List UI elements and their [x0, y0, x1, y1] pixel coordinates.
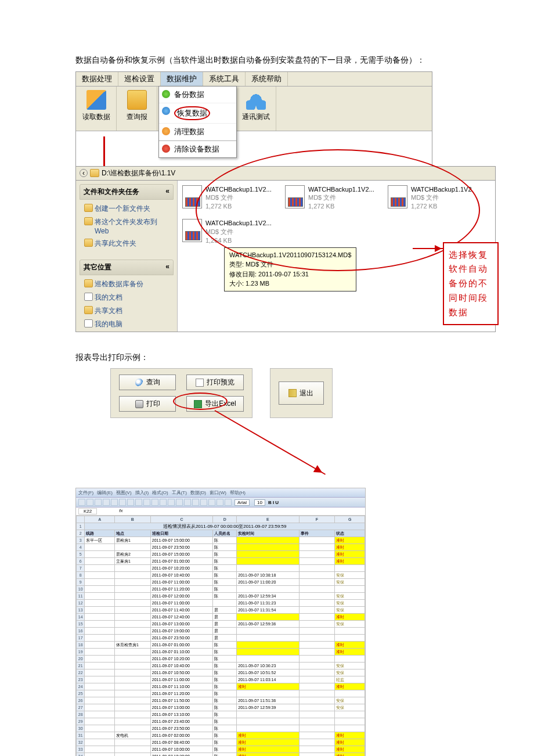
file-item[interactable]: WATCHBackup1.1V2...MD$ 文件1,272 KB — [285, 185, 381, 211]
dd-backup[interactable]: 备份数据 — [159, 87, 236, 103]
file-icon — [182, 185, 202, 208]
preview-icon — [196, 379, 204, 387]
sb-publish[interactable]: 将这个文件夹发布到 Web — [83, 215, 174, 237]
app-window: 数据处理 巡检设置 数据维护 系统工具 系统帮助 读取数据 查询报 通讯测试 备… — [75, 71, 432, 167]
excel-menu[interactable]: 工具(T) — [172, 490, 187, 495]
menu-inspect[interactable]: 巡检设置 — [118, 72, 161, 86]
excel-menu[interactable]: 文件(F) — [78, 490, 93, 495]
menu-maintain[interactable]: 数据维护 — [161, 72, 203, 86]
file-tooltip: WATCHBackup1.1V20110907153124.MD$ 类型: MD… — [224, 247, 356, 291]
tb-query[interactable]: 查询报 — [117, 87, 157, 131]
menubar: 数据处理 巡检设置 数据维护 系统工具 系统帮助 — [76, 72, 432, 87]
file-item[interactable]: WATCHBackup1.1V2MD$ 文件1,272 KB — [388, 185, 484, 211]
menu-data[interactable]: 数据处理 — [76, 72, 118, 86]
cell-reference: K22 fx — [76, 507, 365, 516]
excel-menu[interactable]: 插入(I) — [135, 490, 149, 495]
file-icon — [388, 185, 407, 208]
excel-menu[interactable]: 窗口(W) — [210, 490, 226, 495]
read-icon — [86, 90, 106, 110]
sb-places-header[interactable]: 其它位置« — [80, 260, 174, 275]
excel-menu[interactable]: 帮助(H) — [230, 490, 246, 495]
path-text: D:\巡检数据库备份\1.1V — [102, 168, 175, 178]
file-item[interactable]: WATCHBackup1.1V2...MD$ 文件1,272 KB — [182, 185, 278, 211]
btn-preview[interactable]: 打印预览 — [186, 375, 243, 390]
sb-new-folder[interactable]: 创建一个新文件夹 — [83, 202, 174, 215]
address-bar[interactable]: ‹ D:\巡检数据库备份\1.1V — [76, 167, 495, 181]
excel-menu[interactable]: 格式(O) — [152, 490, 168, 495]
sb-backup-folder[interactable]: 巡检数据库备份 — [83, 278, 174, 291]
excel-menu[interactable]: 数据(D) — [190, 490, 206, 495]
arrow-to-excel — [215, 410, 326, 475]
tb-comm[interactable]: 通讯测试 — [236, 87, 276, 131]
excel-toolbar: Arial 10 B I U — [76, 498, 365, 507]
folder-icon — [90, 169, 99, 177]
excel-icon — [194, 400, 202, 408]
section1-caption: 数据自动备份和恢复示例（当软件退出时数据自动备份到安装盘符的下一目录，无需手动备… — [75, 52, 522, 68]
dd-clear-device[interactable]: 清除设备数据 — [159, 141, 236, 157]
sb-tasks-header[interactable]: 文件和文件夹任务« — [80, 184, 174, 200]
excel-menu[interactable]: 编辑(E) — [97, 490, 113, 495]
button-panel: 查询 打印预览 打印 导出Excel 退出 — [110, 368, 522, 418]
btn-exit[interactable]: 退出 — [279, 381, 324, 405]
file-icon — [182, 219, 202, 242]
backup-icon — [162, 90, 170, 98]
spreadsheet[interactable]: ABCDEFG1巡检情况报表从2011-09-07 00:00:00至2011-… — [76, 516, 365, 756]
dd-clean[interactable]: 清理数据 — [159, 124, 236, 141]
btn-print[interactable]: 打印 — [119, 396, 176, 412]
print-icon — [135, 400, 143, 408]
menu-tools[interactable]: 系统工具 — [203, 72, 246, 86]
back-icon[interactable]: ‹ — [80, 169, 88, 177]
dd-restore[interactable]: 恢复数据 — [159, 103, 236, 124]
callout-arrow — [413, 248, 445, 249]
section2-caption: 报表导出打印示例： — [75, 350, 522, 365]
callout-box: 选择恢复软件自动备份的不同时间段数据 — [443, 242, 499, 326]
find-icon — [135, 379, 143, 387]
maintain-dropdown: 备份数据 恢复数据 清理数据 清除设备数据 — [158, 86, 237, 158]
tb-read[interactable]: 读取数据 — [76, 87, 117, 131]
menu-help[interactable]: 系统帮助 — [246, 72, 288, 86]
sb-mydocs[interactable]: 我的文档 — [83, 291, 174, 304]
explorer-sidebar: 文件和文件夹任务« 创建一个新文件夹 将这个文件夹发布到 Web 共享此文件夹 … — [76, 181, 178, 332]
excel-menu[interactable]: 视图(V) — [116, 490, 132, 495]
excel-window: 文件(F)编辑(E)视图(V)插入(I)格式(O)工具(T)数据(D)窗口(W)… — [75, 488, 366, 756]
exit-icon — [288, 389, 297, 397]
clear-icon — [162, 145, 170, 153]
comm-icon — [246, 90, 266, 110]
sb-computer[interactable]: 我的电脑 — [83, 318, 174, 331]
clean-icon — [162, 127, 170, 135]
query-icon — [127, 90, 147, 110]
toolbar: 读取数据 查询报 通讯测试 — [76, 87, 432, 131]
file-item[interactable]: WATCHBackup1.1V2...MD$ 文件1,264 KB — [182, 219, 278, 245]
sb-shared[interactable]: 共享文档 — [83, 304, 174, 318]
restore-icon — [162, 107, 170, 115]
sb-share[interactable]: 共享此文件夹 — [83, 237, 174, 250]
btn-excel[interactable]: 导出Excel — [186, 396, 243, 412]
explorer-window: ‹ D:\巡检数据库备份\1.1V 文件和文件夹任务« 创建一个新文件夹 将这个… — [75, 166, 496, 332]
btn-query[interactable]: 查询 — [119, 375, 176, 390]
file-icon — [285, 185, 305, 208]
excel-menubar: 文件(F)编辑(E)视图(V)插入(I)格式(O)工具(T)数据(D)窗口(W)… — [76, 488, 365, 498]
